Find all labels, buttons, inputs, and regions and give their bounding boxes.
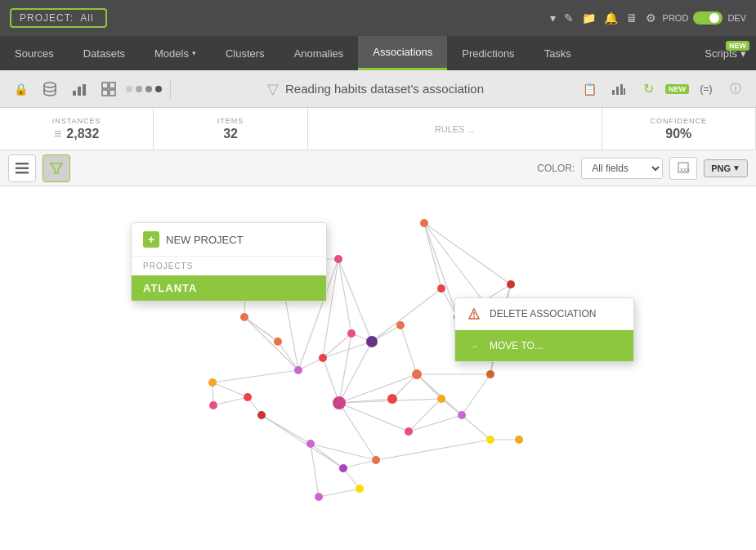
svg-line-49 <box>323 358 339 403</box>
nav-clusters[interactable]: Clusters <box>211 36 280 70</box>
svg-rect-5 <box>110 83 115 88</box>
svg-rect-10 <box>620 84 623 95</box>
svg-line-71 <box>244 317 278 342</box>
notification-icon[interactable]: 🔔 <box>604 11 618 25</box>
png-download-btn[interactable]: PNG ▼ <box>704 159 748 177</box>
nav-right: Scripts ▾ NEW <box>705 36 756 70</box>
svg-point-91 <box>387 394 397 404</box>
svg-point-79 <box>420 219 428 227</box>
svg-line-68 <box>323 333 351 358</box>
instances-label: INSTANCES <box>52 117 101 125</box>
svg-point-94 <box>405 427 413 436</box>
svg-point-85 <box>244 393 252 401</box>
project-label: PROJECT: <box>20 12 74 24</box>
svg-point-95 <box>458 411 466 419</box>
move-icon: → <box>467 338 481 353</box>
svg-point-111 <box>315 493 323 501</box>
svg-line-20 <box>424 223 511 284</box>
svg-line-22 <box>338 259 351 333</box>
svg-point-80 <box>334 255 342 263</box>
confidence-value: 90% <box>665 127 691 141</box>
svg-point-108 <box>486 436 494 444</box>
svg-point-92 <box>412 369 422 379</box>
refresh-icon[interactable]: ↻ <box>636 77 660 101</box>
clipboard-icon[interactable]: 📋 <box>577 77 602 101</box>
new-project-icon: + <box>143 231 159 248</box>
svg-point-106 <box>274 338 282 346</box>
svg-point-86 <box>257 411 266 419</box>
nav-datasets[interactable]: Datasets <box>69 36 140 70</box>
nav-tasks[interactable]: Tasks <box>530 36 586 70</box>
svg-line-50 <box>392 374 417 399</box>
svg-point-104 <box>319 354 327 362</box>
progress-dots <box>126 86 162 92</box>
projects-section-label: PROJECTS <box>132 257 326 275</box>
confidence-label: CONFIDENCE <box>651 117 708 125</box>
nav-models[interactable]: Models ▾ <box>140 36 211 70</box>
instances-value: 2,832 <box>66 127 99 141</box>
svg-point-100 <box>437 284 445 293</box>
instances-lines-icon: ≡ <box>54 127 61 141</box>
atlanta-project-item[interactable]: ATLANTA <box>132 275 326 301</box>
folder-icon[interactable]: 📁 <box>582 11 596 25</box>
database-icon[interactable] <box>38 77 62 101</box>
svg-point-93 <box>437 395 445 403</box>
svg-line-33 <box>212 382 248 397</box>
hamburger-btn[interactable] <box>8 154 36 182</box>
svg-point-114 <box>473 316 475 318</box>
main-area: + NEW PROJECT PROJECTS ATLANTA DELETE AS… <box>0 186 756 550</box>
download-arrow-icon: ▼ <box>732 163 740 172</box>
nav-predictions[interactable]: Predictions <box>447 36 529 70</box>
bar-chart-icon[interactable] <box>606 77 631 101</box>
svg-point-0 <box>44 83 56 87</box>
filter-btn[interactable] <box>42 154 70 182</box>
grid-icon[interactable] <box>96 77 121 101</box>
delete-label: DELETE ASSOCIATION <box>490 308 596 320</box>
stats-row: INSTANCES ≡ 2,832 ITEMS 32 RULES ... CON… <box>0 108 756 150</box>
info-icon[interactable]: ⓘ <box>723 77 748 101</box>
controls-row: COLOR: All fields xxx PNG ▼ <box>0 150 756 186</box>
chart-icon[interactable] <box>67 77 92 101</box>
svg-line-44 <box>339 374 417 403</box>
lock-icon[interactable]: 🔒 <box>8 77 33 101</box>
svg-rect-9 <box>616 87 619 95</box>
svg-point-101 <box>366 336 378 347</box>
svg-line-35 <box>213 397 248 405</box>
svg-line-75 <box>462 415 490 440</box>
delete-icon <box>467 306 481 321</box>
nav-associations[interactable]: Associations <box>358 36 447 70</box>
color-select[interactable]: All fields <box>581 158 663 179</box>
svg-point-83 <box>208 378 217 387</box>
svg-line-41 <box>343 460 376 468</box>
svg-rect-4 <box>102 83 108 88</box>
svg-line-19 <box>424 223 458 317</box>
svg-rect-14 <box>16 172 29 174</box>
new-project-item[interactable]: + NEW PROJECT <box>132 223 326 257</box>
svg-line-46 <box>339 403 409 432</box>
svg-rect-12 <box>16 163 29 165</box>
toolbar: 🔒 ▽ Reading habits dataset's association <box>0 70 756 108</box>
monitor-icon[interactable]: 🖥 <box>626 11 637 25</box>
nav-anomalies[interactable]: Anomalies <box>280 36 359 70</box>
move-to-item[interactable]: → MOVE TO... <box>455 330 633 361</box>
export-btn[interactable]: xxx <box>669 157 697 180</box>
items-label: ITEMS <box>217 117 244 125</box>
network-graph[interactable] <box>0 186 756 550</box>
title-area: ▽ Reading habits dataset's association <box>179 80 572 98</box>
scripts-button[interactable]: Scripts ▾ NEW <box>705 47 746 60</box>
env-switch[interactable] <box>693 11 722 25</box>
settings-icon[interactable]: ⚙ <box>646 11 656 25</box>
svg-line-48 <box>339 333 351 403</box>
delete-association-item[interactable]: DELETE ASSOCIATION <box>455 298 633 330</box>
chevron-down-icon[interactable]: ▾ <box>550 11 556 25</box>
project-badge[interactable]: PROJECT: All <box>10 8 107 28</box>
svg-line-52 <box>417 374 462 415</box>
svg-point-82 <box>240 313 248 321</box>
formula-icon[interactable]: (=) <box>694 77 718 101</box>
dev-label: DEV <box>727 13 746 23</box>
nav-sources[interactable]: Sources <box>0 36 69 70</box>
svg-line-34 <box>212 370 298 382</box>
edit-icon[interactable]: ✎ <box>564 11 574 25</box>
svg-text:xxx: xxx <box>680 166 690 173</box>
svg-point-96 <box>486 370 494 378</box>
